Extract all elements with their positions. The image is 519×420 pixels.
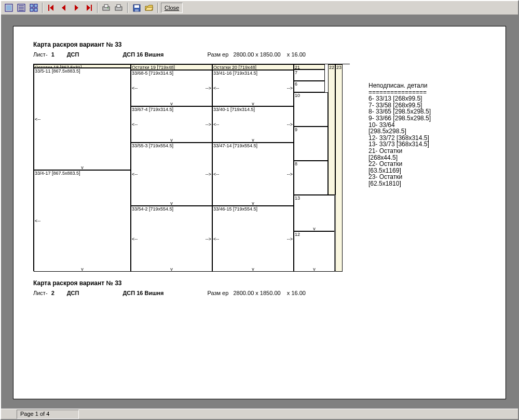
unsigned-line: [62.5x1810]	[368, 180, 495, 187]
piece-n12: 12v	[294, 231, 335, 272]
cutting-sheet: Остатки 18 [867.5x31] 33/5-11 [867.5x883…	[33, 64, 350, 271]
piece-n23: 23	[335, 64, 343, 272]
report-viewport[interactable]: Карта раскроя вариант № 33 Лист- 1 ДСП Д…	[1, 16, 518, 409]
svg-marker-12	[50, 5, 53, 11]
toolbar: Close	[1, 1, 518, 16]
svg-rect-21	[117, 5, 120, 7]
svg-marker-13	[62, 5, 65, 11]
material-code: ДСП	[67, 51, 79, 58]
unsigned-details: Неподписан. детали ================ 6- 3…	[368, 41, 495, 302]
unsigned-title: Неподписан. детали	[368, 82, 495, 89]
material-code: ДСП	[67, 290, 79, 296]
toolbar-separator	[157, 3, 158, 13]
sheet-title: Карта раскроя вариант № 33	[33, 41, 355, 48]
open-button[interactable]	[143, 2, 155, 13]
sheet-label: Лист-	[33, 51, 48, 58]
nav-first-button[interactable]	[46, 2, 57, 13]
piece-33-46-15: 33/46-15 [719x554.5] <---->v	[212, 206, 294, 272]
sheet-meta: Лист- 1 ДСП ДСП 16 Вишня Разм ер 2800.00…	[33, 51, 355, 58]
piece-33-54-2: 33/54-2 [719x554.5] <---->v	[131, 206, 212, 272]
toolbar-separator	[97, 3, 98, 13]
nav-last-button[interactable]	[83, 2, 94, 13]
svg-rect-16	[91, 5, 92, 11]
svg-rect-10	[34, 8, 37, 11]
svg-rect-9	[30, 8, 33, 11]
piece-n22: 22	[328, 64, 335, 195]
view-mode-3-button[interactable]	[28, 2, 39, 13]
unsigned-line: 6- 33/13 [268x99.5]	[368, 95, 495, 102]
size-label: Разм ер	[207, 290, 228, 296]
svg-rect-18	[104, 5, 108, 7]
thickness-value: x 16.00	[287, 290, 306, 296]
sheet-meta: Лист- 2 ДСП ДСП 16 Вишня Разм ер 2800.00…	[33, 290, 355, 296]
sheet-title: Карта раскроя вариант № 33	[33, 279, 355, 287]
svg-rect-1	[6, 5, 11, 10]
svg-marker-15	[87, 5, 90, 11]
view-mode-2-button[interactable]	[16, 2, 27, 13]
nav-next-button[interactable]	[71, 2, 82, 13]
svg-marker-26	[145, 7, 153, 10]
piece-ost20: Остатки 20 [719x48]	[212, 64, 294, 70]
toolbar-separator	[42, 3, 43, 13]
material-name: ДСП 16 Вишня	[122, 51, 163, 58]
piece-33-40-1: 33/40-1 [719x314.5] <---->v	[212, 106, 294, 143]
sheet-number: 2	[51, 290, 54, 296]
unsigned-line: 21- Остатки	[368, 148, 495, 155]
piece-n6: 6	[294, 81, 325, 92]
save-button[interactable]	[131, 2, 142, 13]
unsigned-line: 22- Остатки	[368, 161, 495, 167]
size-value: 2800.00 x 1850.00	[233, 51, 280, 58]
close-button[interactable]: Close	[161, 3, 183, 13]
piece-ost19: Остатки 19 [719x48]	[131, 64, 212, 70]
unsigned-line: [298.5x298.5]	[368, 128, 495, 135]
print-setup-button[interactable]	[101, 2, 112, 13]
status-page: Page 1 of 4	[17, 410, 79, 419]
sheet-label: Лист-	[33, 290, 48, 296]
size-label: Разм ер	[207, 51, 228, 58]
piece-n8: 8	[294, 161, 328, 195]
status-bar: Page 1 of 4	[1, 409, 518, 419]
toolbar-separator	[127, 3, 128, 13]
svg-rect-23	[134, 5, 139, 8]
piece-n13: 13v	[294, 195, 335, 231]
svg-marker-14	[75, 5, 78, 11]
piece-33-5-11: 33/5-11 [867.5x883.5] <-- v	[34, 68, 131, 170]
nav-prev-button[interactable]	[58, 2, 70, 13]
piece-ost18: Остатки 18 [867.5x31]	[34, 64, 131, 68]
size-value: 2800.00 x 1850.00	[233, 290, 280, 296]
view-mode-1-button[interactable]	[3, 2, 15, 13]
svg-rect-7	[30, 4, 33, 7]
report-page: Карта раскроя вариант № 33 Лист- 1 ДСП Д…	[13, 26, 506, 399]
piece-n7: 7	[294, 69, 325, 81]
print-button[interactable]	[113, 2, 125, 13]
piece-33-4-17: 33/4-17 [867.5x883.5] <-- v	[34, 170, 131, 272]
material-name: ДСП 16 Вишня	[122, 290, 163, 296]
piece-33-67-4: 33/67-4 [719x314.5] <---->v	[131, 106, 212, 143]
svg-rect-19	[107, 8, 108, 8]
piece-33-68-5: 33/68-5 [719x314.5] <---->v	[131, 70, 212, 106]
thickness-value: x 16.00	[287, 51, 306, 58]
piece-n21: 21	[294, 64, 325, 69]
piece-33-41-16: 33/41-16 [719x314.5] <---->v	[212, 70, 294, 106]
piece-33-55-3: 33/55-3 [719x554.5] <---->v	[131, 143, 212, 206]
piece-n9: 9	[294, 127, 328, 161]
sheet-number: 1	[51, 51, 54, 58]
svg-rect-24	[135, 9, 139, 11]
piece-n10: 10	[294, 92, 328, 127]
svg-rect-8	[34, 4, 37, 7]
piece-33-47-14: 33/47-14 [719x554.5] <---->v	[212, 143, 294, 206]
svg-rect-11	[48, 5, 49, 11]
unsigned-line: 9- 33/66 [298.5x298.5]	[368, 115, 495, 122]
